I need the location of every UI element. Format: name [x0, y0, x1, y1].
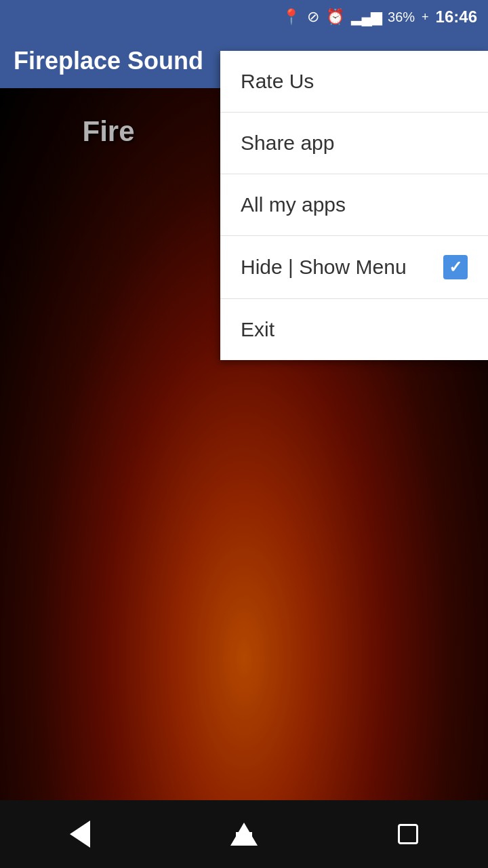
- status-bar: 📍 ⊘ ⏰ ▂▄▆ 36% + 16:46: [0, 0, 488, 34]
- location-icon: 📍: [282, 8, 300, 26]
- app-title: Fireplace Sound: [14, 47, 203, 75]
- menu-item-hide-show-menu[interactable]: Hide | Show Menu ✓: [220, 236, 488, 299]
- recent-apps-icon: [398, 824, 418, 844]
- signal-icon: ▂▄▆: [351, 8, 381, 26]
- status-time: 16:46: [436, 7, 477, 26]
- menu-item-all-my-apps-label: All my apps: [241, 193, 346, 216]
- nav-home-button[interactable]: [217, 809, 271, 859]
- menu-item-rate-us-label: Rate Us: [241, 70, 314, 93]
- menu-item-share-app[interactable]: Share app: [220, 113, 488, 174]
- status-icons: 📍 ⊘ ⏰ ▂▄▆ 36% +: [282, 8, 428, 26]
- menu-item-exit[interactable]: Exit: [220, 299, 488, 360]
- nav-recent-button[interactable]: [384, 810, 432, 858]
- menu-item-hide-show-label: Hide | Show Menu: [241, 256, 407, 279]
- battery-plus-icon: +: [422, 10, 429, 24]
- menu-item-rate-us[interactable]: Rate Us: [220, 51, 488, 113]
- hide-show-menu-checkbox[interactable]: ✓: [443, 255, 468, 279]
- nav-bar: [0, 800, 488, 868]
- alarm-icon: ⏰: [326, 8, 344, 26]
- menu-item-all-my-apps[interactable]: All my apps: [220, 174, 488, 236]
- menu-item-exit-label: Exit: [241, 318, 274, 341]
- dropdown-menu: Rate Us Share app All my apps Hide | Sho…: [220, 51, 488, 360]
- nav-back-button[interactable]: [56, 807, 104, 861]
- battery-indicator: 36%: [388, 9, 415, 25]
- home-icon: [230, 823, 258, 846]
- no-sign-icon: ⊘: [307, 8, 319, 26]
- menu-item-share-app-label: Share app: [241, 132, 334, 155]
- checkbox-check-icon: ✓: [449, 258, 462, 277]
- back-icon: [70, 821, 90, 848]
